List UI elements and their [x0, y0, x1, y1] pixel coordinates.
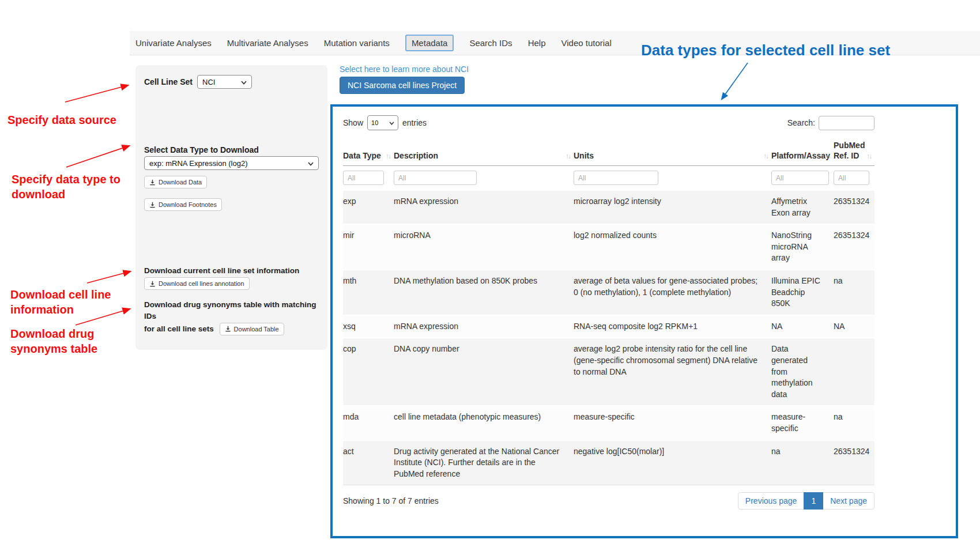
sort-icon[interactable]: ↑↓	[763, 152, 768, 161]
page-1-button[interactable]: 1	[804, 492, 823, 510]
download-footnotes-button[interactable]: Download Footnotes	[144, 198, 222, 211]
data-type-select[interactable]: exp: mRNA Expression (log2)	[144, 156, 319, 170]
download-table-button[interactable]: Download Table	[220, 323, 284, 335]
cell-units: log2 normalized counts	[574, 224, 771, 270]
pagination: Previous page 1 Next page	[738, 492, 875, 510]
cell-description: DNA methylation based on 850K probes	[394, 270, 574, 315]
chevron-down-icon	[241, 78, 247, 86]
annotation-specify-data-type: Specify data type to download	[12, 172, 144, 202]
annotation-download-cell-line-info: Download cell line information	[10, 287, 126, 317]
table-row-mth: mthDNA methylation based on 850K probesa…	[343, 270, 875, 315]
column-header-platform-assay[interactable]: Platform/Assay↑↓	[771, 137, 834, 166]
table-summary: Showing 1 to 7 of 7 entries	[343, 496, 439, 505]
filter-input-data-type[interactable]	[343, 171, 384, 185]
cell-pubmed: 26351324	[834, 440, 875, 485]
cell-platform: NanoString microRNA array	[771, 224, 834, 270]
cell-platform: Data generated from methylation data	[771, 338, 834, 406]
cell-platform: measure-specific	[771, 406, 834, 440]
table-row-mda: mdacell line metadata (phenotypic measur…	[343, 406, 875, 440]
cell-units: RNA-seq composite log2 RPKM+1	[574, 315, 771, 338]
table-row-exp: expmRNA expressionmicroarray log2 intens…	[343, 190, 875, 224]
sort-icon[interactable]: ↑↓	[386, 152, 390, 161]
cell-platform: Illumina EPIC Beadchip 850K	[771, 270, 834, 315]
cell-line-set-value: NCI	[202, 78, 215, 86]
red-arrow	[87, 271, 130, 283]
tab-search-ids[interactable]: Search IDs	[469, 38, 512, 48]
drug-synonyms-heading: Download drug synonyms table with matchi…	[144, 300, 316, 320]
download-cell-lines-annotation-button[interactable]: Download cell lines annotation	[144, 277, 250, 290]
annotation-download-drug-synonyms: Download drug synonyms table	[10, 326, 114, 356]
annotation-specify-data-source: Specify data source	[7, 112, 134, 127]
download-icon	[225, 326, 231, 332]
sort-icon[interactable]: ↑↓	[866, 152, 871, 161]
show-label: Show	[343, 118, 363, 127]
tab-metadata[interactable]: Metadata	[405, 35, 454, 51]
cell-description: mRNA expression	[394, 190, 574, 224]
filter-input-platform-assay[interactable]	[771, 171, 829, 185]
table-row-mir: mirmicroRNAlog2 normalized countsNanoStr…	[343, 224, 875, 270]
download-icon	[149, 281, 156, 287]
data-types-table: Data Type↑↓Description↑↓Units↑↓Platform/…	[343, 137, 875, 485]
page-size-select[interactable]: 10	[367, 115, 398, 130]
table-row-xsq: xsqmRNA expressionRNA-seq composite log2…	[343, 315, 875, 338]
filter-input-pubmed-ref-id[interactable]	[834, 171, 869, 185]
cell-platform: NA	[771, 315, 834, 338]
column-header-data-type[interactable]: Data Type↑↓	[343, 137, 394, 166]
cell-line-set-select[interactable]: NCI	[197, 75, 252, 89]
sidebar-panel: Cell Line Set NCI Select Data Type to Do…	[135, 65, 327, 350]
data-type-value: exp: mRNA Expression (log2)	[149, 159, 248, 168]
tab-video-tutorial[interactable]: Video tutorial	[561, 38, 611, 48]
data-types-panel: Show 10 entries Search: Data Type↑↓Descr…	[330, 104, 958, 538]
download-data-button[interactable]: Download Data	[144, 176, 207, 188]
nci-project-button[interactable]: NCI Sarcoma cell lines Project	[340, 77, 465, 94]
cell-type: mir	[343, 224, 394, 270]
search-label: Search:	[787, 118, 815, 127]
cell-platform: Affymetrix Exon array	[771, 190, 834, 224]
column-header-description[interactable]: Description↑↓	[394, 137, 574, 166]
download-icon	[149, 179, 156, 186]
cell-units: average of beta values for gene-associat…	[574, 270, 771, 315]
cell-pubmed: na	[834, 406, 875, 440]
chevron-down-icon	[308, 159, 314, 168]
learn-more-link[interactable]: Select here to learn more about NCI	[340, 65, 469, 74]
sort-icon[interactable]: ↑↓	[566, 152, 570, 161]
cell-pubmed: NA	[834, 315, 875, 338]
cell-type: mth	[343, 270, 394, 315]
next-page-button[interactable]: Next page	[823, 492, 875, 510]
tab-help[interactable]: Help	[528, 38, 546, 48]
cell-platform: na	[771, 440, 834, 485]
cell-description: cell line metadata (phenotypic measures)	[394, 406, 574, 440]
column-header-pubmed-ref-id[interactable]: PubMed Ref. ID↑↓	[834, 137, 875, 166]
download-icon	[149, 202, 156, 208]
cell-description: mRNA expression	[394, 315, 574, 338]
filter-input-units[interactable]	[574, 171, 658, 185]
cell-description: Drug activity generated at the National …	[394, 440, 574, 485]
cell-pubmed	[834, 338, 875, 406]
tab-univariate-analyses[interactable]: Univariate Analyses	[135, 38, 212, 48]
previous-page-button[interactable]: Previous page	[738, 492, 805, 510]
cell-type: mda	[343, 406, 394, 440]
tab-multivariate-analyses[interactable]: Multivariate Analyses	[227, 38, 308, 48]
cell-line-set-label: Cell Line Set	[144, 77, 193, 86]
cell-description: microRNA	[394, 224, 574, 270]
filter-input-description[interactable]	[394, 171, 477, 185]
red-arrow	[66, 146, 129, 167]
red-arrow	[65, 85, 128, 102]
data-type-label: Select Data Type to Download	[144, 145, 319, 154]
tab-mutation-variants[interactable]: Mutation variants	[324, 38, 390, 48]
cell-type: act	[343, 440, 394, 485]
cell-description: DNA copy number	[394, 338, 574, 406]
table-header-row: Data Type↑↓Description↑↓Units↑↓Platform/…	[343, 137, 875, 166]
drug-synonyms-heading-line2: for all cell line sets	[144, 324, 214, 333]
annotation-data-types-title: Data types for selected cell line set	[641, 41, 890, 59]
sort-icon[interactable]: ↑↓	[826, 152, 830, 161]
table-row-cop: copDNA copy numberaverage log2 probe int…	[343, 338, 875, 406]
cell-type: xsq	[343, 315, 394, 338]
column-header-units[interactable]: Units↑↓	[574, 137, 771, 166]
cell-type: cop	[343, 338, 394, 406]
entries-label: entries	[402, 118, 427, 127]
search-input[interactable]	[819, 116, 875, 130]
cell-units: measure-specific	[574, 406, 771, 440]
cell-pubmed: 26351324	[834, 224, 875, 270]
cell-pubmed: na	[834, 270, 875, 315]
